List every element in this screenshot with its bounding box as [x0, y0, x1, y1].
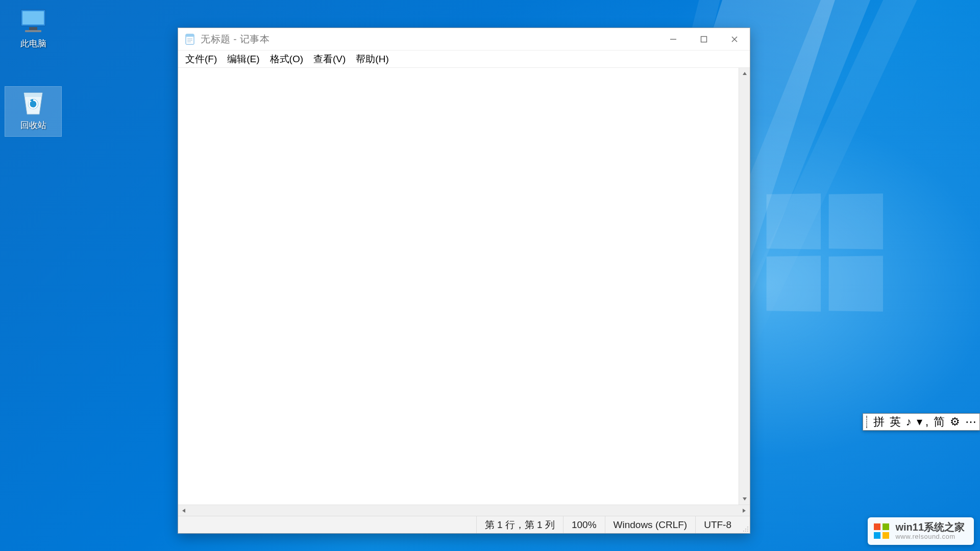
desktop-icon-label: 回收站: [5, 119, 61, 131]
svg-point-16: [747, 529, 748, 530]
menu-file[interactable]: 文件(F): [180, 51, 222, 68]
scroll-right-icon[interactable]: [739, 505, 750, 516]
svg-rect-6: [186, 34, 194, 37]
svg-rect-2: [29, 27, 37, 30]
menu-format[interactable]: 格式(O): [265, 51, 308, 68]
recycle-bin-icon: [17, 90, 50, 115]
ime-toolbar[interactable]: 拼 英 ♪ ▾ , 简 ⚙ ⋯: [863, 413, 980, 431]
menu-edit[interactable]: 编辑(E): [222, 51, 264, 68]
close-button[interactable]: [719, 28, 750, 51]
watermark: win11系统之家 www.relsound.com: [868, 517, 974, 545]
menu-view[interactable]: 查看(V): [308, 51, 351, 68]
watermark-url: www.relsound.com: [895, 533, 965, 541]
desktop-icon-recycle-bin[interactable]: 回收站: [5, 87, 61, 136]
watermark-logo-icon: [873, 522, 890, 540]
text-editor[interactable]: [178, 68, 739, 505]
client-area: [178, 68, 750, 505]
scroll-left-icon[interactable]: [178, 505, 189, 516]
resize-grip-icon[interactable]: [740, 516, 750, 533]
svg-rect-1: [22, 11, 44, 24]
scroll-up-icon[interactable]: [739, 68, 750, 79]
ime-more-icon[interactable]: ⋯: [965, 415, 976, 429]
ime-sound-icon[interactable]: ♪: [906, 415, 912, 429]
svg-point-15: [745, 529, 746, 530]
svg-point-14: [747, 527, 748, 528]
status-zoom: 100%: [563, 516, 605, 533]
desktop-icon-this-pc[interactable]: 此电脑: [5, 8, 61, 49]
ime-punct-icon[interactable]: ▾ ,: [917, 415, 928, 429]
status-encoding: UTF-8: [695, 516, 740, 533]
status-eol: Windows (CRLF): [605, 516, 696, 533]
ime-mode-pinyin[interactable]: 拼: [873, 414, 885, 430]
ime-mode-english[interactable]: 英: [890, 414, 901, 430]
maximize-button[interactable]: [689, 28, 719, 51]
svg-rect-11: [701, 36, 707, 42]
svg-rect-21: [883, 523, 889, 530]
ime-settings-icon[interactable]: ⚙: [950, 415, 960, 429]
windows-logo: [766, 194, 883, 311]
menubar: 文件(F) 编辑(E) 格式(O) 查看(V) 帮助(H): [178, 51, 750, 68]
svg-point-17: [743, 531, 744, 532]
svg-rect-22: [874, 532, 880, 539]
svg-rect-3: [25, 30, 41, 32]
ime-simplified[interactable]: 简: [934, 414, 945, 430]
horizontal-scrollbar[interactable]: [178, 505, 750, 516]
statusbar: 第 1 行，第 1 列 100% Windows (CRLF) UTF-8: [178, 516, 750, 533]
notepad-window: 无标题 - 记事本 文件(F) 编辑(E) 格式(O) 查看(V) 帮助(H): [178, 28, 750, 534]
svg-point-18: [745, 531, 746, 532]
scroll-down-icon[interactable]: [739, 493, 750, 505]
vertical-scrollbar[interactable]: [739, 68, 750, 505]
scroll-track[interactable]: [189, 505, 739, 516]
watermark-title: win11系统之家: [895, 521, 965, 533]
notepad-icon: [183, 33, 197, 46]
monitor-icon: [17, 8, 50, 34]
status-position: 第 1 行，第 1 列: [476, 516, 563, 533]
svg-point-19: [747, 531, 748, 532]
titlebar[interactable]: 无标题 - 记事本: [178, 28, 750, 51]
ime-grip-icon[interactable]: [866, 416, 868, 428]
window-title: 无标题 - 记事本: [201, 33, 270, 46]
svg-rect-20: [874, 523, 880, 530]
scroll-track[interactable]: [739, 79, 750, 493]
menu-help[interactable]: 帮助(H): [351, 51, 394, 68]
desktop-icon-label: 此电脑: [5, 38, 61, 49]
svg-rect-23: [883, 532, 889, 539]
minimize-button[interactable]: [658, 28, 689, 51]
